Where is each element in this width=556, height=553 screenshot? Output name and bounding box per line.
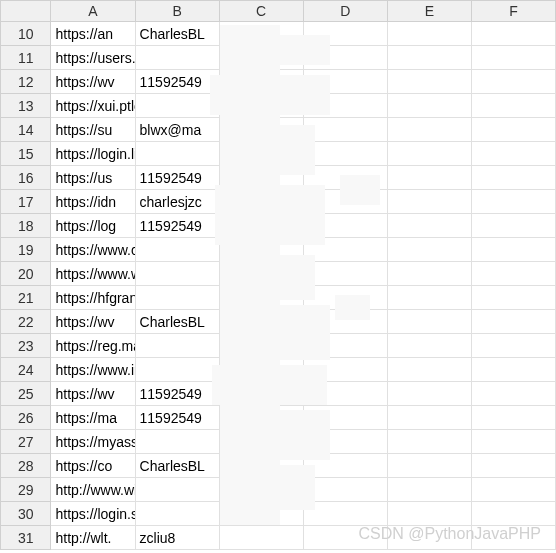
cell-a[interactable]: https://wv [51,70,135,94]
row-header[interactable]: 29 [1,478,51,502]
cell-e[interactable] [387,430,471,454]
cell-f[interactable] [471,142,555,166]
cell-d[interactable] [303,358,387,382]
cell-f[interactable] [471,334,555,358]
row-header[interactable]: 21 [1,286,51,310]
cell-a[interactable]: https://www.canva.co [51,238,135,262]
cell-d[interactable] [303,262,387,286]
row-header[interactable]: 10 [1,22,51,46]
cell-f[interactable] [471,478,555,502]
cell-d[interactable] [303,46,387,70]
cell-b[interactable] [135,286,219,310]
cell-f[interactable] [471,502,555,526]
cell-b[interactable]: 11592549 [135,166,219,190]
cell-d[interactable] [303,430,387,454]
row-header[interactable]: 22 [1,310,51,334]
cell-f[interactable] [471,118,555,142]
cell-c[interactable] [219,382,303,406]
cell-d[interactable] [303,238,387,262]
row-header[interactable]: 31 [1,526,51,550]
cell-b[interactable]: blwx@ma [135,118,219,142]
cell-f[interactable] [471,430,555,454]
cell-c[interactable]: 6 [219,22,303,46]
row-header[interactable]: 17 [1,190,51,214]
cell-b[interactable]: CharlesBL [135,22,219,46]
cell-c[interactable]: 01 [219,454,303,478]
column-header-e[interactable]: E [387,1,471,22]
cell-a[interactable]: https://www.weebly.c [51,262,135,286]
cell-c[interactable] [219,334,303,358]
column-header-a[interactable]: A [51,1,135,22]
cell-a[interactable]: https://wv [51,382,135,406]
cell-e[interactable] [387,262,471,286]
cell-b[interactable] [135,430,219,454]
column-header-c[interactable]: C [219,1,303,22]
cell-d[interactable] [303,94,387,118]
cell-d[interactable] [303,142,387,166]
cell-e[interactable] [387,94,471,118]
cell-b[interactable]: 11592549 [135,70,219,94]
cell-a[interactable]: http://wlt. [51,526,135,550]
cell-d[interactable] [303,286,387,310]
cell-c[interactable] [219,526,303,550]
row-header[interactable]: 27 [1,430,51,454]
cell-a[interactable]: https://us [51,166,135,190]
cell-e[interactable] [387,166,471,190]
cell-e[interactable] [387,214,471,238]
column-header-f[interactable]: F [471,1,555,22]
cell-b[interactable] [135,46,219,70]
cell-e[interactable] [387,310,471,334]
cell-a[interactable]: https://login.sina.com.c [51,502,135,526]
cell-d[interactable] [303,190,387,214]
cell-b[interactable]: 11592549 [135,382,219,406]
cell-b[interactable]: 11592549 [135,406,219,430]
cell-a[interactable]: https://www.instagra [51,358,135,382]
cell-a[interactable]: https://xui.ptlogin2. [51,94,135,118]
column-header-d[interactable]: D [303,1,387,22]
cell-e[interactable] [387,334,471,358]
cell-d[interactable] [303,118,387,142]
cell-b[interactable] [135,478,219,502]
cell-b[interactable] [135,262,219,286]
cell-e[interactable] [387,70,471,94]
spreadsheet-grid[interactable]: A B C D E F 10https://anCharlesBL611http… [0,0,556,550]
row-header[interactable]: 20 [1,262,51,286]
cell-a[interactable]: https://reg.mail.163.c [51,334,135,358]
column-header-b[interactable]: B [135,1,219,22]
cell-d[interactable] [303,478,387,502]
cell-c[interactable]: .c [219,190,303,214]
row-header[interactable]: 24 [1,358,51,382]
cell-c[interactable]: z 10 [219,310,303,334]
cell-c[interactable] [219,94,303,118]
cell-c[interactable] [219,286,303,310]
cell-a[interactable]: http://www.wikicfp.c [51,478,135,502]
cell-f[interactable] [471,22,555,46]
row-header[interactable]: 16 [1,166,51,190]
cell-c[interactable]: j [219,166,303,190]
cell-c[interactable] [219,70,303,94]
cell-b[interactable] [135,94,219,118]
cell-e[interactable] [387,406,471,430]
cell-e[interactable] [387,454,471,478]
cell-c[interactable] [219,262,303,286]
cell-a[interactable]: https://hfgrandtheatre [51,286,135,310]
cell-e[interactable] [387,238,471,262]
cell-c[interactable] [219,358,303,382]
cell-e[interactable] [387,22,471,46]
cell-e[interactable] [387,382,471,406]
cell-a[interactable]: https://myassessmer [51,430,135,454]
cell-a[interactable]: https://idn [51,190,135,214]
cell-f[interactable] [471,406,555,430]
cell-d[interactable] [303,406,387,430]
cell-c[interactable]: 10 [219,406,303,430]
cell-c[interactable]: J. 01 [219,214,303,238]
cell-a[interactable]: https://su [51,118,135,142]
cell-f[interactable] [471,238,555,262]
cell-c[interactable] [219,238,303,262]
cell-e[interactable] [387,478,471,502]
cell-f[interactable] [471,310,555,334]
row-header[interactable]: 19 [1,238,51,262]
row-header[interactable]: 14 [1,118,51,142]
cell-d[interactable] [303,310,387,334]
cell-e[interactable] [387,502,471,526]
